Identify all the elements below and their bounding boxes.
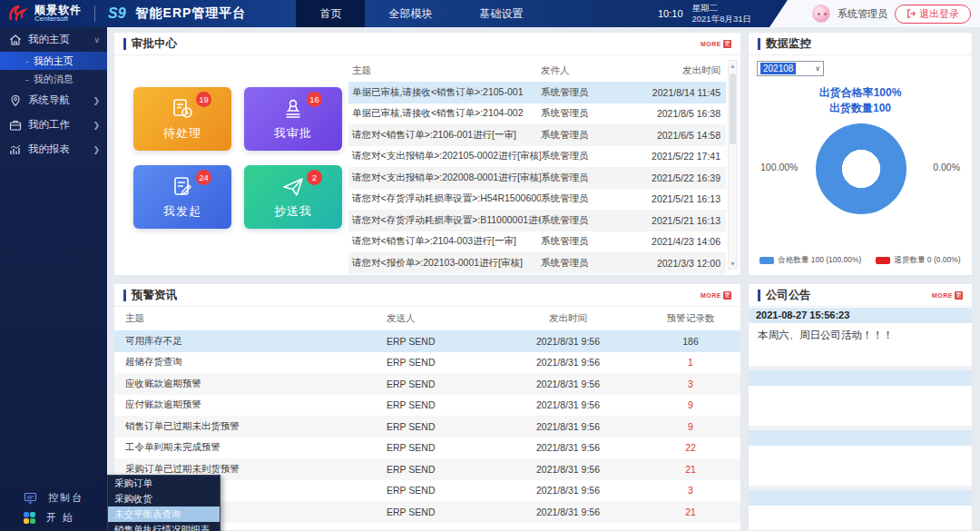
platform-title: 智能ERP管理平台	[136, 5, 247, 22]
top-nav: 首页 全部模块 基础设置	[296, 0, 546, 27]
announcements-more-link[interactable]: MORE 更	[932, 291, 963, 300]
tile-label: 抄送我	[274, 203, 312, 220]
chevron-right-icon: ❯	[93, 121, 100, 130]
home-icon	[9, 34, 22, 46]
start-menu-item[interactable]: 采购收货	[108, 491, 220, 506]
title-accent-bar	[758, 290, 760, 301]
nav-tab-base-settings[interactable]: 基础设置	[456, 0, 546, 27]
row-time: 2021/8/31 9:56	[495, 485, 641, 496]
tile-pending[interactable]: 19 待处理	[133, 87, 231, 151]
announcement-time	[749, 490, 972, 506]
sidebar-subitem-my-home[interactable]: 我的主页	[0, 52, 107, 70]
user-avatar[interactable]	[812, 5, 830, 23]
scroll-up-icon[interactable]: ▲	[730, 63, 736, 69]
approval-row[interactable]: 请您对<支出报销单>:202008-0001进行[审核] 系统管理员 2021/…	[348, 167, 726, 189]
row-time: 2021/4/23 14:06	[624, 236, 726, 247]
announcement-body: 本周六、周日公司活动！！！	[749, 323, 972, 366]
sidebar-item-label: 系统导航	[28, 93, 70, 107]
username-text: 系统管理员	[838, 7, 887, 21]
logo-divider	[94, 5, 95, 22]
row-count: 21	[641, 506, 740, 517]
row-time: 2021/8/31 9:56	[495, 379, 641, 389]
approval-table: 主题 发件人 发出时间 单据已审核,请接收<销售订单>:2105-001 系统管…	[348, 60, 726, 271]
tile-my-approvals[interactable]: 16 我审批	[244, 87, 342, 151]
app-logo: 顺景软件 Centersoft S9 智能ERP管理平台	[0, 3, 246, 25]
alert-row[interactable]: 可用库存不足 ERP SEND 2021/8/31 9:56 186	[114, 330, 740, 352]
header-navy-band: 顺景软件 Centersoft S9 智能ERP管理平台 首页 全部模块 基础设…	[0, 0, 788, 27]
row-subject: 采购订单已过期未到货预警	[114, 463, 387, 476]
period-value: 202108	[760, 63, 796, 74]
alert-row[interactable]: 应收账款逾期预警 ERP SEND 2021/8/31 9:56 3	[114, 373, 740, 395]
row-subject: 请您对<存货浮动耗损率设置>:B11000001进行[审核]	[348, 214, 541, 227]
scroll-down-icon[interactable]: ▼	[730, 261, 736, 267]
approval-center-title: 审批中心	[132, 36, 177, 52]
row-subject: 请您对<支出报销单>:202105-0002进行[审核]	[348, 150, 541, 162]
sidebar-item-system-nav[interactable]: 系统导航 ❯	[0, 88, 107, 113]
announcement-item[interactable]	[749, 490, 972, 530]
approval-row[interactable]: 单据已审核,请接收<销售订单>:2104-002 系统管理员 2021/8/5 …	[348, 103, 726, 125]
row-time: 2021/8/31 9:56	[495, 464, 641, 475]
legend-item: 合格数量 100 (100.00%)	[760, 255, 861, 266]
initiated-count-badge: 24	[196, 170, 211, 185]
row-sender: 系统管理员	[541, 129, 624, 142]
data-monitor-title: 数据监控	[766, 36, 811, 52]
col-time: 发出时间	[624, 64, 726, 77]
period-select[interactable]: 202108 ∨	[757, 61, 824, 76]
sidebar-item-my-work[interactable]: 我的工作 ❯	[0, 113, 107, 137]
console-button[interactable]: 控制台	[0, 487, 107, 507]
announcement-item[interactable]	[749, 430, 972, 486]
alert-row[interactable]: 超储存货查询 ERP SEND 2021/8/31 9:56 1	[114, 352, 740, 374]
console-label: 控制台	[48, 491, 83, 505]
row-subject: 应付账款逾期预警	[114, 398, 387, 411]
start-menu-item[interactable]: 销售单执行情况明细表	[108, 522, 220, 531]
tile-initiated-by-me[interactable]: 24 我发起	[133, 165, 231, 229]
announcement-item[interactable]: 2021-08-27 15:56:23 本周六、周日公司活动！！！	[749, 308, 972, 366]
tile-label: 我审批	[274, 125, 312, 142]
row-time: 2021/6/5 14:58	[624, 130, 726, 141]
scrollbar-thumb[interactable]	[730, 74, 736, 144]
approval-row[interactable]: 请您对<销售订单>:2106-001进行[一审] 系统管理员 2021/6/5 …	[348, 124, 726, 146]
row-sender: 系统管理员	[541, 107, 624, 120]
alert-row[interactable]: 应付账款逾期预警 ERP SEND 2021/8/31 9:56 9	[114, 395, 740, 417]
approval-row[interactable]: 请您对<存货浮动耗损率设置>:H54R15006002进行[审核] 系统管理员 …	[348, 189, 726, 211]
approval-more-link[interactable]: MORE 更	[701, 40, 731, 48]
approval-row[interactable]: 请您对<存货浮动耗损率设置>:B11000001进行[审核] 系统管理员 202…	[348, 210, 726, 231]
nav-tab-home[interactable]: 首页	[296, 0, 365, 27]
alert-row[interactable]: 工令单到期未完成预警 ERP SEND 2021/8/31 9:56 22	[114, 438, 740, 459]
tile-cc-to-me[interactable]: 2 抄送我	[244, 165, 342, 229]
col-subject: 主题	[348, 64, 541, 77]
row-subject: 工令单到期未完成预警	[114, 441, 387, 454]
start-menu-item[interactable]: 采购订单	[108, 476, 220, 491]
approval-row[interactable]: 请您对<支出报销单>:202105-0002进行[审核] 系统管理员 2021/…	[348, 146, 726, 168]
announcement-list: 2021-08-27 15:56:23 本周六、周日公司活动！！！	[749, 308, 972, 530]
start-menu-item[interactable]: 未交平衡表查询	[108, 506, 220, 522]
row-time: 2021/5/21 16:13	[624, 215, 726, 226]
title-accent-bar	[123, 290, 126, 301]
start-button[interactable]: 开 始	[0, 507, 107, 527]
title-accent-bar	[758, 38, 760, 50]
alert-row[interactable]: 销售订单已过期未出货预警 ERP SEND 2021/8/31 9:56 9	[114, 416, 740, 438]
announcement-item[interactable]	[749, 370, 972, 426]
approval-row[interactable]: 请您对<报价单>:202103-0001进行[审核] 系统管理员 2021/3/…	[348, 252, 726, 274]
row-time: 2021/5/21 16:13	[624, 193, 726, 204]
row-time: 2021/8/31 9:56	[495, 399, 641, 410]
row-sender: 系统管理员	[541, 150, 624, 162]
row-count: 3	[641, 379, 740, 389]
approval-row[interactable]: 请您对<销售订单>:2104-003进行[一审] 系统管理员 2021/4/23…	[348, 231, 726, 253]
sidebar-item-my-reports[interactable]: 我的报表 ❯	[0, 137, 107, 162]
sidebar-item-my-home[interactable]: 我的主页 ∨	[0, 27, 107, 52]
donut-left-label: 100.00%	[760, 162, 798, 172]
nav-tab-all-modules[interactable]: 全部模块	[365, 0, 456, 27]
row-time: 2021/8/31 9:56	[495, 506, 641, 517]
more-icon: 更	[723, 291, 731, 300]
tile-label: 我发起	[163, 203, 201, 220]
row-time: 2021/8/31 9:56	[495, 442, 641, 453]
alerts-more-link[interactable]: MORE 更	[701, 291, 731, 300]
announcement-time: 2021-08-27 15:56:23	[749, 308, 972, 323]
approval-row[interactable]: 单据已审核,请接收<销售订单>:2105-001 系统管理员 2021/8/14…	[348, 82, 726, 103]
announcement-body	[749, 506, 972, 530]
legend-item: 退货数量 0 (0.00%)	[876, 255, 960, 266]
sidebar-subitem-my-messages[interactable]: 我的消息	[0, 70, 107, 88]
approval-scrollbar[interactable]: ▲ ▼	[728, 60, 738, 270]
logout-button[interactable]: 退出登录	[895, 5, 971, 24]
